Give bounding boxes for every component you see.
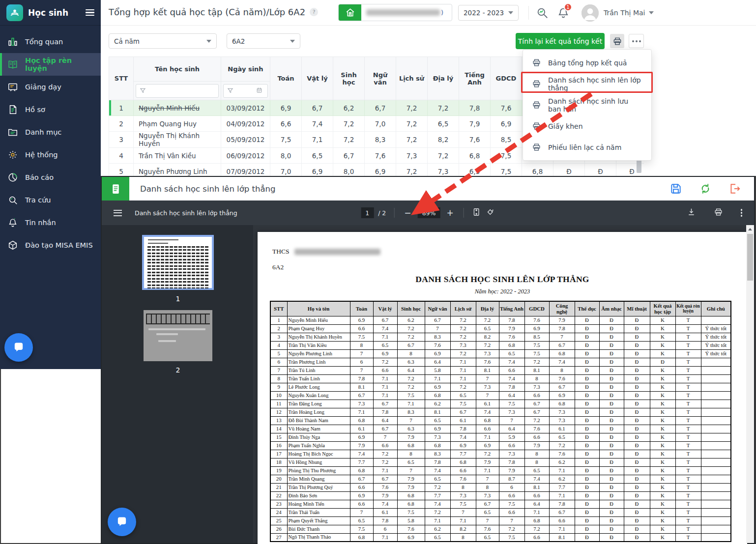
rotate-icon[interactable]	[486, 207, 495, 218]
system-icon	[7, 149, 18, 160]
scroll-up-icon[interactable]	[746, 225, 754, 233]
sidebar-item-tin-nhan[interactable]: Tin nhắn	[0, 211, 101, 234]
chat-support-button[interactable]	[108, 508, 136, 536]
header-divider	[528, 6, 529, 20]
doc-table-cell: 7.4	[373, 500, 397, 508]
doc-table-cell: K	[650, 408, 675, 416]
page-number-input[interactable]: 1	[361, 207, 374, 218]
sidebar-collapse-icon[interactable]	[86, 9, 94, 16]
print-menu-item-4[interactable]: Phiếu liên lạc cả năm	[523, 137, 651, 158]
doc-table-cell: Đ	[624, 358, 650, 366]
doc-table-cell: 8	[524, 450, 549, 458]
doc-table-cell: Trần Đăng Long	[287, 400, 350, 408]
sidebar-item-he-thong[interactable]: Hệ thống	[0, 143, 101, 166]
print-button[interactable]	[610, 34, 624, 48]
recalculate-button[interactable]: Tính lại kết quả tổng kết	[516, 33, 605, 49]
grid-row[interactable]: 5Nguyễn Phương Linh07/09/20127,06,98,06,…	[109, 164, 644, 176]
doc-table-cell	[701, 391, 731, 400]
sidebar-item-tong-quan[interactable]: Tổng quan	[0, 30, 101, 53]
doc-table-cell: 7.1	[549, 525, 575, 533]
pdf-print-icon[interactable]	[714, 207, 723, 219]
exit-icon[interactable]	[728, 182, 741, 195]
doc-table-cell: K	[650, 500, 675, 508]
doc-table-cell: 6.8	[350, 466, 373, 475]
print-menu-item-0[interactable]: Bảng tổng hợp kết quả	[523, 52, 651, 73]
save-icon[interactable]	[669, 182, 682, 195]
print-menu-item-label: Danh sách học sinh lên lớp thẳng	[548, 76, 642, 92]
sidebar-item-giang-day[interactable]: Giảng dạy	[0, 76, 101, 98]
pdf-modal-body: 1 2 THCS 6A2 DANH SÁCH HỌC SINH LÊN LỚP	[102, 225, 754, 543]
zoom-in-button[interactable]: +	[445, 208, 456, 218]
search-icon[interactable]	[536, 6, 549, 19]
pdf-window-title: Danh sách học sinh lên lớp thẳng	[140, 184, 275, 194]
help-icon[interactable]: ?	[310, 8, 318, 16]
class-select[interactable]: 6A2	[227, 33, 300, 49]
pdf-more-menu-icon[interactable]	[741, 209, 743, 217]
doc-table-cell: 7.8	[450, 425, 476, 433]
doc-table-cell: 7.1	[524, 508, 549, 516]
zoom-level[interactable]: 89%	[418, 207, 440, 218]
school-selector[interactable]: )	[338, 4, 452, 21]
name-filter-input[interactable]	[136, 84, 219, 98]
sidebar-item-danh-muc[interactable]: Danh mục	[0, 121, 101, 143]
print-menu-item-3[interactable]: Giấy khen	[523, 115, 651, 137]
refresh-icon[interactable]	[699, 182, 712, 195]
sidebar-item-label: Báo cáo	[25, 173, 54, 181]
thumbnail-1-label: 1	[142, 295, 214, 303]
notifications-button[interactable]: 1	[557, 6, 570, 19]
grid-column-header: Toán	[270, 57, 302, 100]
print-menu-item-1[interactable]: Danh sách học sinh lên lớp thẳng	[523, 73, 651, 94]
doc-table-cell: 7.1	[425, 516, 450, 525]
sidebar-item-dao-tao-misa-emis[interactable]: Đào tạo MISA EMIS	[0, 234, 101, 257]
fit-page-icon[interactable]	[472, 207, 481, 218]
records-icon	[7, 104, 18, 115]
sidebar-item-tra-cuu[interactable]: Tra cứu	[0, 189, 101, 211]
document-icon	[102, 177, 129, 200]
user-menu[interactable]: Trần Thị Mai	[604, 9, 654, 17]
grid-cell: 8,2	[428, 132, 459, 148]
pdf-preview-modal: Danh sách học sinh lên lớp thẳng Danh sá…	[101, 176, 755, 544]
doc-table-cell: Đ	[624, 341, 650, 349]
doc-table-cell: 7.2	[499, 525, 524, 533]
doc-table-cell: 7.8	[499, 316, 524, 324]
thumbnail-page-2[interactable]	[144, 310, 212, 361]
doc-table-cell: 6.5	[425, 416, 450, 425]
zoom-out-button[interactable]: −	[402, 208, 413, 218]
doc-table-cell: 6.4	[373, 416, 397, 425]
more-actions-button[interactable]	[629, 34, 644, 48]
sidebar-item-ho-so[interactable]: Hồ sơ	[0, 98, 101, 121]
doc-table-cell: 6.5	[476, 533, 499, 542]
grid-cell: 4	[109, 148, 134, 164]
avatar[interactable]	[582, 4, 599, 22]
semester-select[interactable]: Cả năm	[109, 33, 217, 49]
birthdate-filter-input[interactable]	[223, 84, 268, 98]
school-year-select[interactable]: 2022 - 2023	[458, 5, 519, 21]
grid-cell: 7,2	[396, 100, 428, 116]
grid-cell: 8,0	[270, 148, 302, 164]
download-icon[interactable]	[687, 207, 696, 219]
print-menu-item-2[interactable]: Danh sách học sinh lưu ban hẳn	[523, 94, 651, 115]
print-menu-item-label: Giấy khen	[548, 122, 583, 130]
doc-table-cell: Đ	[599, 383, 624, 391]
chat-support-button[interactable]	[4, 333, 33, 362]
doc-table-cell: 7.4	[425, 466, 450, 475]
doc-table-cell: 6.9	[350, 316, 373, 324]
calendar-icon[interactable]	[256, 87, 264, 95]
grid-cell: 6,6	[270, 116, 302, 132]
pdf-scrollbar[interactable]	[746, 225, 754, 543]
grid-cell: 6,7	[365, 100, 396, 116]
doc-table-cell: T	[675, 466, 701, 475]
pdf-sidebar-toggle-icon[interactable]	[114, 210, 122, 216]
doc-table-cell: 8	[476, 483, 499, 491]
doc-table-cell: 8.1	[476, 366, 499, 374]
sidebar-item-hoc-tap-ren-luyen[interactable]: Học tập rèn luyện	[0, 53, 101, 76]
doc-table-cell: 7	[499, 516, 524, 525]
scrollbar-thumb[interactable]	[747, 234, 753, 281]
doc-table-cell: 6	[373, 525, 397, 533]
sidebar-item-bao-cao[interactable]: Báo cáo	[0, 166, 101, 189]
chevron-down-icon	[206, 40, 211, 43]
doc-table-cell: T	[675, 374, 701, 383]
doc-table-row: 11Trần Đăng Long7.36.77.16.27.56.17.56.7…	[270, 400, 731, 408]
thumbnail-page-1[interactable]	[142, 235, 214, 290]
doc-table-cell: 7.7	[450, 450, 476, 458]
